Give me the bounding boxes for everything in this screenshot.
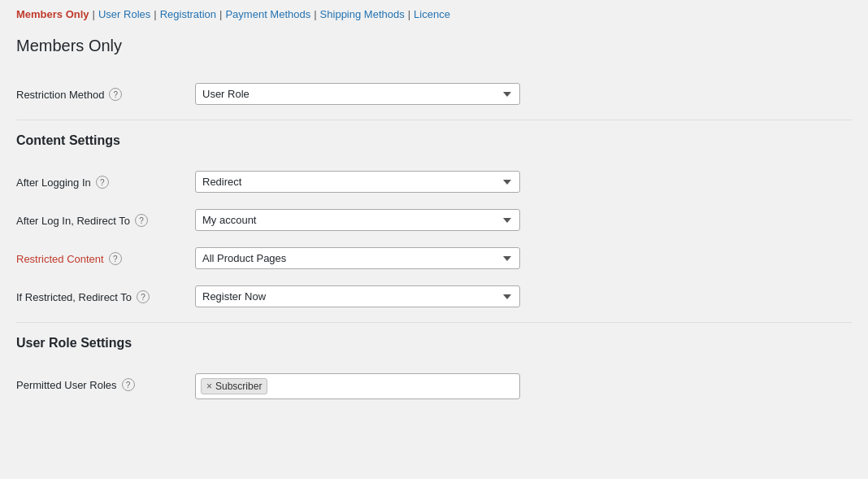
after-logging-in-control: Redirect Stay on Page Go to Checkout xyxy=(195,171,852,193)
if-restricted-redirect-label-container: If Restricted, Redirect To ? xyxy=(16,285,195,303)
content-settings-title: Content Settings xyxy=(16,133,852,148)
divider-1 xyxy=(16,120,852,120)
restricted-content-select[interactable]: All Product Pages All Pages Shop Page Cu… xyxy=(195,247,520,269)
permitted-user-roles-label-container: Permitted User Roles ? xyxy=(16,373,195,391)
after-logging-in-select[interactable]: Redirect Stay on Page Go to Checkout xyxy=(195,171,520,193)
after-logging-in-label: After Logging In xyxy=(16,176,91,189)
after-log-in-redirect-help-icon[interactable]: ? xyxy=(135,214,148,227)
restriction-method-control: User Role WooCommerce Subscription Role … xyxy=(195,83,852,105)
after-logging-in-help-icon[interactable]: ? xyxy=(96,176,109,189)
restriction-method-select[interactable]: User Role WooCommerce Subscription Role … xyxy=(195,83,520,105)
restricted-content-row: Restricted Content ? All Product Pages A… xyxy=(16,239,852,277)
after-log-in-redirect-label: After Log In, Redirect To xyxy=(16,215,130,227)
restricted-content-label: Restricted Content xyxy=(16,253,104,265)
divider-2 xyxy=(16,322,852,323)
nav-current: Members Only xyxy=(16,8,89,20)
top-nav: Members Only | User Roles | Registration… xyxy=(16,8,852,20)
page-title: Members Only xyxy=(16,37,852,55)
restricted-content-control: All Product Pages All Pages Shop Page Cu… xyxy=(195,247,852,269)
after-logging-in-label-container: After Logging In ? xyxy=(16,171,195,189)
nav-link-licence[interactable]: Licence xyxy=(414,8,450,20)
nav-link-shipping-methods[interactable]: Shipping Methods xyxy=(320,8,405,20)
after-log-in-redirect-label-container: After Log In, Redirect To ? xyxy=(16,209,195,227)
restriction-method-label: Restriction Method xyxy=(16,89,104,101)
subscriber-tag: × Subscriber xyxy=(201,378,267,394)
restriction-method-row: Restriction Method ? User Role WooCommer… xyxy=(16,75,852,113)
nav-link-user-roles[interactable]: User Roles xyxy=(98,8,150,20)
permitted-user-roles-help-icon[interactable]: ? xyxy=(122,378,135,391)
subscriber-tag-remove[interactable]: × xyxy=(206,381,212,391)
permitted-user-roles-label: Permitted User Roles xyxy=(16,379,117,391)
after-log-in-redirect-row: After Log In, Redirect To ? My account S… xyxy=(16,201,852,239)
page-wrapper: Members Only | User Roles | Registration… xyxy=(0,0,868,424)
permitted-user-roles-control: × Subscriber xyxy=(195,373,852,399)
restriction-method-label-container: Restriction Method ? xyxy=(16,83,195,101)
subscriber-tag-label: Subscriber xyxy=(215,381,262,392)
restricted-content-help-icon[interactable]: ? xyxy=(109,252,122,265)
if-restricted-redirect-control: Register Now Login Page Home Custom URL xyxy=(195,285,852,307)
nav-link-payment-methods[interactable]: Payment Methods xyxy=(225,8,310,20)
user-role-settings-title: User Role Settings xyxy=(16,336,852,351)
nav-link-registration[interactable]: Registration xyxy=(160,8,216,20)
permitted-user-roles-row: Permitted User Roles ? × Subscriber xyxy=(16,365,852,407)
if-restricted-redirect-label: If Restricted, Redirect To xyxy=(16,291,132,303)
restriction-method-help-icon[interactable]: ? xyxy=(109,88,122,101)
if-restricted-redirect-select[interactable]: Register Now Login Page Home Custom URL xyxy=(195,285,520,307)
after-log-in-redirect-select[interactable]: My account Shop Home Checkout xyxy=(195,209,520,231)
if-restricted-redirect-help-icon[interactable]: ? xyxy=(137,290,150,303)
if-restricted-redirect-row: If Restricted, Redirect To ? Register No… xyxy=(16,277,852,316)
after-log-in-redirect-control: My account Shop Home Checkout xyxy=(195,209,852,231)
permitted-user-roles-input[interactable]: × Subscriber xyxy=(195,373,520,399)
after-logging-in-row: After Logging In ? Redirect Stay on Page… xyxy=(16,163,852,201)
restricted-content-label-container: Restricted Content ? xyxy=(16,247,195,265)
